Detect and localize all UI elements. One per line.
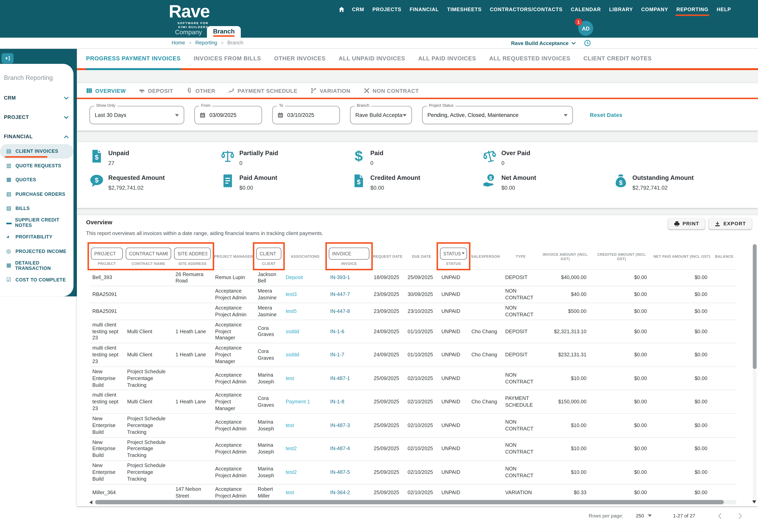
nav-item[interactable]: CONTRACTORS/CONTACTS xyxy=(490,7,563,12)
cell-invoice-amount: $40,000.00 xyxy=(539,269,591,286)
nav-item[interactable]: PROJECTS xyxy=(372,7,401,12)
nav-item[interactable]: LIBRARY xyxy=(609,7,633,12)
association-link[interactable]: ssddd xyxy=(286,352,299,357)
sidebar-item[interactable]: PROJECTED INCOME xyxy=(0,244,74,258)
sidebar-item[interactable]: DETAILED TRANSACTION xyxy=(0,258,74,272)
invoice-link[interactable]: IN-447-8 xyxy=(330,308,350,314)
cell-invoice: IN-487-5 xyxy=(327,461,371,484)
invoice-link[interactable]: IN-1-8 xyxy=(330,399,344,404)
scroll-down-icon[interactable] xyxy=(752,501,756,504)
sidebar-item[interactable]: SUPPLIER CREDIT NOTES xyxy=(0,215,74,230)
invoice-filter-input[interactable] xyxy=(329,247,369,260)
nav-item[interactable]: CRM xyxy=(352,7,364,12)
view-tab-other[interactable]: OTHER xyxy=(186,88,215,94)
sidebar-section-crm[interactable]: CRM xyxy=(4,95,69,101)
sidebar-item[interactable]: BILLS xyxy=(0,201,74,216)
sidebar-item[interactable]: CLIENT INVOICES xyxy=(0,144,74,159)
sidebar-item[interactable]: COST TO COMPLETE xyxy=(0,272,74,287)
nav-item[interactable]: TIMESHEETS xyxy=(447,7,482,12)
export-button[interactable]: EXPORT xyxy=(709,218,752,229)
view-tab-overview[interactable]: OVERVIEW xyxy=(86,88,126,94)
association-link[interactable]: test5 xyxy=(286,308,297,314)
sidebar-item[interactable]: QUOTE REQUESTS xyxy=(0,159,74,173)
association-link[interactable]: test3 xyxy=(286,291,297,297)
association-link[interactable]: Deposit xyxy=(286,274,303,280)
to-date-field[interactable]: To 03/10/2025 xyxy=(272,106,340,124)
clock-icon[interactable] xyxy=(584,40,591,47)
branch-filter-select[interactable]: Branch Rave Build Acceptance xyxy=(350,106,412,124)
view-tab-deposit[interactable]: DEPOSIT xyxy=(139,88,173,94)
nav-item[interactable]: REPORTING xyxy=(676,7,708,12)
nav-item[interactable]: COMPANY xyxy=(641,7,668,12)
association-link[interactable]: Payment 1 xyxy=(286,399,310,404)
association-link[interactable]: test xyxy=(286,422,294,428)
from-date-field[interactable]: From 03/09/2025 xyxy=(194,106,262,124)
sidebar-items: CLIENT INVOICES QUOTE REQUESTS QUOTES xyxy=(0,144,74,287)
contract-name-filter-input[interactable] xyxy=(126,247,171,260)
tab-company[interactable]: Company xyxy=(170,27,207,38)
nav-item[interactable]: HELP xyxy=(717,7,731,12)
invoice-link[interactable]: IN-393-1 xyxy=(330,274,350,280)
show-only-select[interactable]: Show Only Last 30 Days xyxy=(89,106,184,124)
report-tab[interactable]: OTHER INVOICES xyxy=(274,49,326,68)
project-filter-input[interactable] xyxy=(91,247,123,260)
cell-association: ssddd xyxy=(283,343,327,367)
vertical-scroll-thumb[interactable] xyxy=(753,244,757,369)
scroll-left-icon[interactable] xyxy=(89,500,92,504)
association-link[interactable]: test2 xyxy=(286,445,297,451)
invoice-link[interactable]: IN-364-2 xyxy=(330,489,350,495)
sidebar-item-icon xyxy=(6,263,12,268)
client-filter-input[interactable] xyxy=(256,247,281,260)
report-tab[interactable]: ALL PAID INVOICES xyxy=(418,49,476,68)
association-link[interactable]: test xyxy=(286,375,294,381)
stats-card: Unpaid27 Partially Paid0 Paid0 Over Paid… xyxy=(77,142,758,208)
report-tab[interactable]: PROGRESS PAYMENT INVOICES xyxy=(86,49,181,68)
breadcrumb-home[interactable]: Home xyxy=(172,40,185,46)
project-status-select[interactable]: Project Status Pending, Active, Closed, … xyxy=(422,106,573,124)
invoice-link[interactable]: IN-487-4 xyxy=(330,445,350,451)
cell-salesperson: Cho Chang xyxy=(468,343,502,367)
nav-item[interactable]: FINANCIAL xyxy=(410,7,439,12)
breadcrumb-reporting[interactable]: Reporting xyxy=(195,40,217,46)
vertical-scrollbar[interactable] xyxy=(753,244,757,503)
view-tab-non-contract[interactable]: NON CONTRACT xyxy=(363,88,419,94)
print-button[interactable]: PRINT xyxy=(668,218,705,229)
next-page-button[interactable] xyxy=(737,512,744,519)
cell-credited-amount: $0.00 xyxy=(591,286,652,303)
report-tab[interactable]: CLIENT CREDIT NOTES xyxy=(583,49,652,68)
previous-page-button[interactable] xyxy=(717,512,723,519)
horizontal-scrollbar[interactable] xyxy=(89,500,736,504)
horizontal-scroll-thumb[interactable] xyxy=(95,500,724,504)
site-address-filter-input[interactable] xyxy=(174,247,211,260)
avatar[interactable]: AD 1 xyxy=(578,21,593,36)
report-tab[interactable]: ALL REQUESTED INVOICES xyxy=(489,49,570,68)
branch-selector[interactable]: Rave Build Acceptance xyxy=(511,40,576,46)
tab-branch[interactable]: Branch xyxy=(207,26,241,38)
invoice-link[interactable]: IN-487-3 xyxy=(330,422,350,428)
view-tab-payment-schedule[interactable]: PAYMENT SCHEDULE xyxy=(228,88,297,94)
rave-logo[interactable]: Rave SOFTWARE FORKIWI BUILDERS xyxy=(169,2,208,29)
invoice-link[interactable]: IN-1-7 xyxy=(330,352,344,357)
sidebar-item[interactable]: QUOTES xyxy=(0,173,74,187)
column-header: INVOICE xyxy=(329,262,369,266)
home-icon[interactable] xyxy=(338,6,345,13)
invoice-link[interactable]: IN-487-1 xyxy=(330,375,350,381)
association-link[interactable]: test xyxy=(286,489,294,495)
sidebar-item[interactable]: PURCHASE ORDERS xyxy=(0,187,74,201)
report-tab[interactable]: INVOICES FROM BILLS xyxy=(193,49,261,68)
view-tab-variation[interactable]: VARIATION xyxy=(310,88,350,94)
cell-balance xyxy=(712,437,736,461)
sidebar-item[interactable]: PROFITABILITY xyxy=(0,230,74,244)
sidebar-section-financial[interactable]: FINANCIAL xyxy=(4,134,69,139)
association-link[interactable]: test2 xyxy=(286,469,297,475)
invoice-link[interactable]: IN-487-5 xyxy=(330,469,350,475)
nav-item[interactable]: CALENDAR xyxy=(571,7,601,12)
sidebar-section-project[interactable]: PROJECT xyxy=(4,115,69,120)
rows-per-page-select[interactable]: 250 xyxy=(636,513,652,518)
invoice-link[interactable]: IN-447-7 xyxy=(330,291,350,297)
reset-dates-link[interactable]: Reset Dates xyxy=(590,112,623,118)
association-link[interactable]: ssddd xyxy=(286,328,299,334)
collapse-sidebar-button[interactable] xyxy=(1,53,14,63)
invoice-link[interactable]: IN-1-6 xyxy=(330,328,344,334)
report-tab[interactable]: ALL UNPAID INVOICES xyxy=(339,49,405,68)
